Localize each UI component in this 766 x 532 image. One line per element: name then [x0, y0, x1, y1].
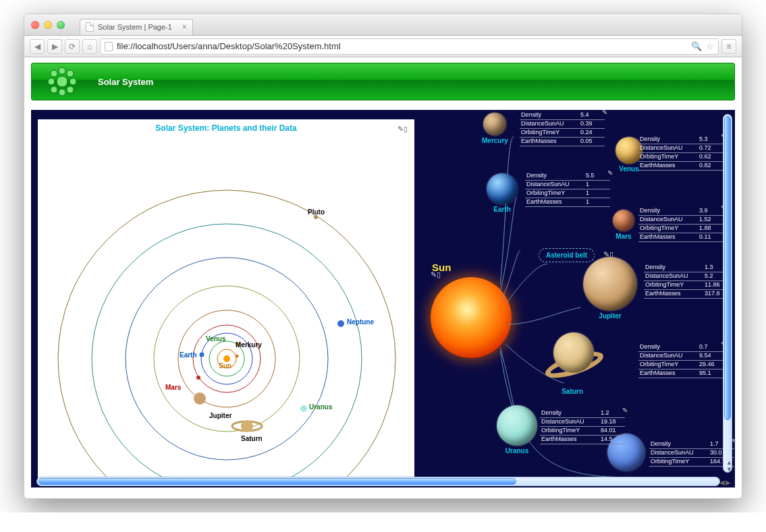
- svg-point-27: [337, 320, 344, 327]
- planet-saturn[interactable]: Saturn: [539, 323, 606, 395]
- data-row: OrbitingTimeY84.01: [540, 427, 625, 436]
- sun-image: [431, 277, 512, 358]
- data-row: EarthMasses0.05: [520, 138, 605, 146]
- tab-title: Solar System | Page-1: [98, 23, 172, 31]
- planet-mars[interactable]: Mars: [613, 210, 634, 240]
- planet-uranus[interactable]: Uranus: [497, 405, 537, 454]
- pin-icon[interactable]: ✎: [602, 109, 607, 116]
- diagram-canvas: Solar System: Planets and their Data ✎▯: [31, 110, 735, 487]
- zoom-window-button[interactable]: [57, 21, 65, 29]
- data-row: Density5.3: [638, 136, 723, 144]
- app-logo-icon: [36, 65, 88, 98]
- data-row: EarthMasses95.1: [638, 370, 723, 378]
- data-row: DistanceSunAU0.39: [520, 120, 605, 129]
- pin-icon[interactable]: ✎: [607, 169, 613, 177]
- scroll-down-icon[interactable]: ▼: [726, 466, 732, 473]
- window-titlebar: Solar System | Page-1 ×: [24, 14, 742, 36]
- data-row: Density1.7: [649, 440, 734, 449]
- svg-point-19: [236, 355, 239, 358]
- data-row: Density5.4: [520, 111, 605, 120]
- svg-point-23: [194, 392, 206, 405]
- scroll-right-icon[interactable]: ▶: [726, 479, 731, 486]
- label-uranus: Uranus: [309, 403, 332, 411]
- svg-point-6: [67, 70, 74, 77]
- bookmark-star-icon[interactable]: ☆: [706, 41, 714, 51]
- svg-point-22: [196, 376, 200, 380]
- scroll-left-icon[interactable]: ◀: [719, 479, 725, 486]
- label-pluto: Pluto: [308, 208, 325, 216]
- data-row: OrbitingTimeY164.79: [649, 458, 734, 467]
- svg-point-1: [59, 67, 65, 74]
- scroll-up-icon[interactable]: ▲: [726, 459, 732, 466]
- page-content: Solar System Solar System: Planets and t…: [24, 57, 742, 498]
- data-row: DistanceSunAU19.18: [540, 418, 625, 427]
- data-earth: ✎Density5.5DistanceSunAU1OrbitingTimeY1E…: [525, 172, 610, 207]
- data-row: DistanceSunAU1.52: [638, 216, 723, 225]
- data-jupiter: ✎Density1.3DistanceSunAU5.2OrbitingTimeY…: [644, 264, 729, 299]
- browser-tab[interactable]: Solar System | Page-1 ×: [80, 19, 193, 35]
- data-row: OrbitingTimeY0.24: [520, 129, 605, 138]
- label-merkury: Merkury: [236, 341, 262, 349]
- data-row: Density5.5: [525, 172, 610, 181]
- label-jupiter: Jupiter: [209, 412, 231, 419]
- scrollbar-thumb[interactable]: [38, 478, 516, 485]
- menu-button[interactable]: ≡: [721, 39, 736, 54]
- data-saturn: ✎Density0.7DistanceSunAU9.54OrbitingTime…: [638, 343, 723, 378]
- data-row: DistanceSunAU1: [525, 181, 610, 189]
- window-controls: [31, 21, 65, 29]
- label-mars: Mars: [165, 384, 181, 391]
- svg-point-2: [59, 89, 65, 96]
- note-icon[interactable]: ✎▯: [431, 270, 441, 279]
- pin-icon[interactable]: ✎: [622, 407, 628, 414]
- svg-point-25: [241, 420, 253, 432]
- svg-point-9: [58, 190, 395, 479]
- close-tab-icon[interactable]: ×: [182, 22, 187, 32]
- data-row: EarthMasses1: [525, 198, 610, 207]
- data-row: DistanceSunAU30.0: [649, 449, 734, 458]
- browser-window: Solar System | Page-1 × ◀ ▶ ⟳ ⌂ file://l…: [24, 13, 742, 499]
- banner-title: Solar System: [98, 77, 153, 87]
- svg-point-26: [300, 405, 307, 412]
- label-sun: Sun: [219, 362, 231, 370]
- back-button[interactable]: ◀: [30, 39, 45, 54]
- label-venus: Venus: [206, 335, 225, 343]
- reload-button[interactable]: ⟳: [65, 39, 80, 54]
- svg-point-21: [200, 353, 204, 357]
- pin-icon[interactable]: ✎: [732, 438, 737, 445]
- data-row: OrbitingTimeY0.62: [638, 153, 723, 162]
- zoom-icon[interactable]: 🔍: [691, 41, 702, 51]
- planet-earth[interactable]: Earth: [487, 173, 518, 213]
- forward-button[interactable]: ▶: [47, 39, 62, 54]
- page-icon: [105, 42, 113, 51]
- data-venus: ✎Density5.3DistanceSunAU0.72OrbitingTime…: [638, 136, 723, 171]
- planet-jupiter[interactable]: Jupiter: [583, 257, 637, 320]
- url-text: file://localhost/Users/anna/Desktop/Sola…: [117, 41, 341, 51]
- svg-point-0: [57, 76, 67, 87]
- vertical-scrollbar[interactable]: [723, 114, 732, 473]
- data-row: DistanceSunAU9.54: [638, 352, 723, 361]
- horizontal-scrollbar[interactable]: [36, 477, 720, 486]
- data-row: OrbitingTimeY1.88: [638, 225, 723, 233]
- svg-point-7: [51, 86, 57, 93]
- svg-point-8: [67, 86, 74, 93]
- planet-mercury[interactable]: Mercury: [482, 113, 508, 144]
- app-banner: Solar System: [31, 63, 735, 100]
- data-row: Density3.9: [638, 207, 723, 216]
- svg-point-4: [70, 78, 76, 85]
- data-row: DistanceSunAU5.2: [644, 272, 729, 281]
- minimize-window-button[interactable]: [44, 21, 52, 29]
- home-button[interactable]: ⌂: [82, 39, 97, 54]
- data-row: OrbitingTimeY29.46: [638, 361, 723, 370]
- page-icon: [86, 22, 94, 32]
- scrollbar-thumb[interactable]: [724, 116, 731, 420]
- browser-toolbar: ◀ ▶ ⟳ ⌂ file://localhost/Users/anna/Desk…: [24, 36, 742, 57]
- data-row: EarthMasses0.11: [638, 233, 723, 242]
- address-bar[interactable]: file://localhost/Users/anna/Desktop/Sola…: [100, 38, 719, 55]
- svg-point-3: [48, 78, 55, 85]
- close-window-button[interactable]: [31, 21, 39, 29]
- data-mercury: ✎Density5.4DistanceSunAU0.39OrbitingTime…: [520, 111, 605, 146]
- data-row: EarthMasses14.5: [540, 436, 625, 444]
- data-row: OrbitingTimeY1: [525, 189, 610, 198]
- data-row: OrbitingTimeY11.86: [644, 281, 729, 290]
- data-row: Density1.3: [644, 264, 729, 272]
